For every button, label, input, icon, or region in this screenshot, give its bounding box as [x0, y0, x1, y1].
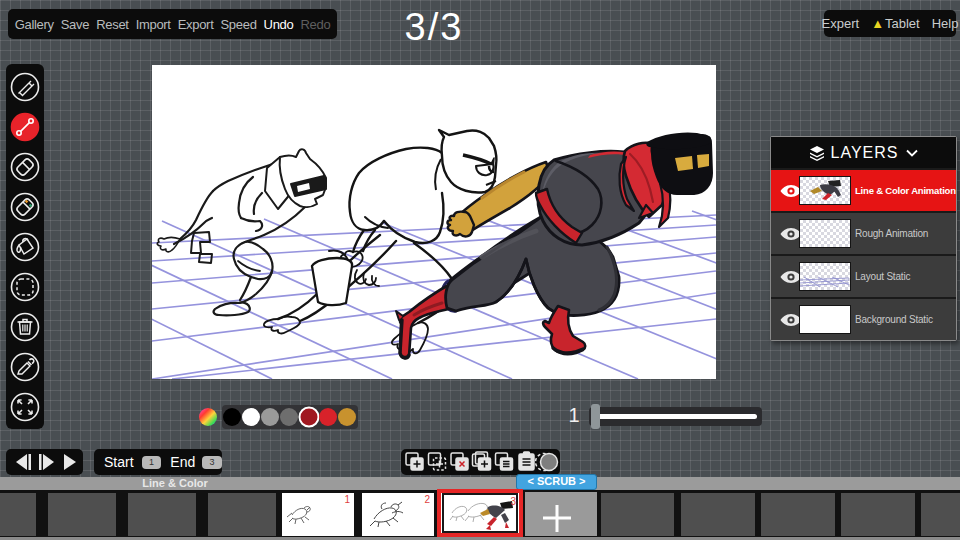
svg-text:1: 1: [344, 494, 350, 505]
svg-text:2: 2: [424, 494, 430, 505]
svg-text:3: 3: [510, 496, 516, 507]
